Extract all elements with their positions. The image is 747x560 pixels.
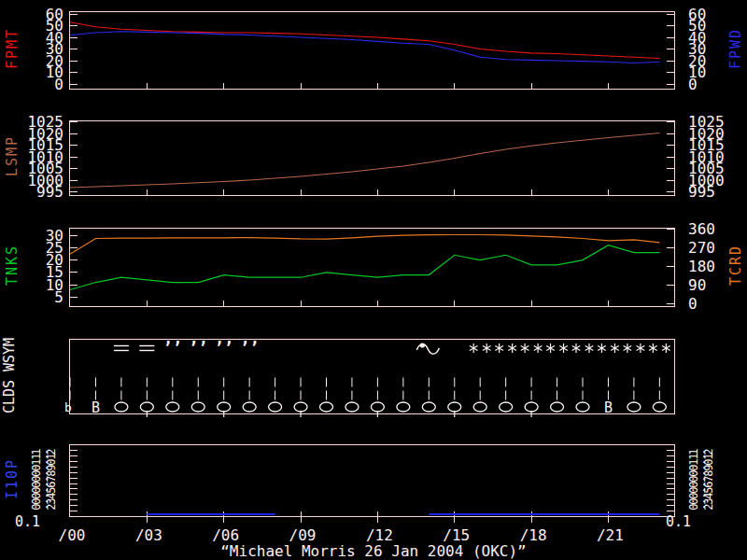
tick-label-right: 270 [688, 239, 715, 257]
cloud-symbol-B: B [92, 399, 100, 416]
panel-border [70, 229, 675, 307]
cloud-symbol-B: B [604, 399, 613, 416]
cloud-symbol-ovc [191, 402, 204, 412]
axis-label-pmsl: PMSL [6, 136, 20, 177]
precip-rotated-tick-label: 1.2 [690, 445, 712, 458]
cloud-symbol-ovc [473, 402, 486, 412]
tick-label-right: 90 [688, 276, 706, 294]
vertical-char: F [731, 58, 741, 72]
pmsl-line [70, 133, 659, 189]
vertical-char: T [7, 274, 18, 288]
tick-label-left: 30 [46, 227, 63, 245]
axis-label-tmpf: TMPF [6, 29, 20, 70]
vertical-char: L [7, 165, 18, 179]
cloud-symbol-ovc [576, 402, 589, 412]
tick-label-right: 360 [688, 220, 715, 238]
tick-label-right: 180 [688, 258, 715, 275]
drizzle-symbol: ’’ [240, 339, 259, 357]
tick-label-right: 60 [688, 6, 706, 23]
tick-label-right: 0 [688, 295, 698, 313]
cloud-symbol-b: b [64, 400, 72, 414]
plot-title: “Michael Morris 26 Jan 2004 (OKC)” [0, 542, 747, 560]
drizzle-symbol: ’’ [214, 339, 233, 357]
cloud-symbol-ovc [448, 402, 461, 412]
cloud-symbol-ovc [115, 402, 128, 412]
axis-label-sknt: SKNT [6, 245, 20, 287]
axis-label-drct: DRCT [729, 245, 743, 287]
panel-clouds_weather: ’’’’’’’’bBB [64, 339, 674, 417]
axis-label-p01i: P01I [6, 459, 20, 500]
cloud-symbol-ovc [166, 402, 179, 412]
cloud-symbol-ovc [218, 402, 231, 412]
vertical-char: I [7, 488, 18, 502]
tick-label-left: 1025 [27, 113, 63, 131]
sknt-line [70, 245, 659, 290]
meteogram: 0102030405060010203040506099510001005101… [0, 0, 747, 560]
panel-border [70, 12, 675, 90]
cloud-symbol-ovc [320, 402, 333, 412]
axis-label-dwpf: DWPF [729, 29, 743, 70]
panel-precip [70, 445, 675, 524]
cloud-symbol-ovc [653, 402, 666, 412]
plot-canvas: 0102030405060010203040506099510001005101… [0, 0, 747, 560]
panel-temp: 01020304050600102030405060 [46, 6, 707, 93]
panel-pressure: 9951000100510101015102010259951000100510… [27, 113, 724, 201]
panel-wind: 51015202530090180270360 [46, 220, 715, 313]
drizzle-symbol: ’’ [163, 339, 182, 357]
precip-bottom-right-label: 0.1 [666, 513, 691, 530]
cloud-symbol-ovc [294, 402, 307, 412]
rotated-char: 2 [703, 448, 714, 455]
precip-rotated-tick-label: 1.2 [33, 445, 55, 458]
tick-label-left: 60 [46, 6, 63, 23]
cloud-symbol-ovc [345, 402, 359, 412]
rotated-char: 2 [46, 448, 57, 455]
precip-bottom-left-label: 0.1 [15, 513, 40, 530]
cloud-symbol-ovc [422, 402, 435, 412]
cloud-symbol-ovc [551, 402, 564, 412]
vertical-char: T [731, 274, 741, 288]
panel-border [70, 445, 675, 517]
drizzle-symbol: ’’ [189, 339, 207, 357]
tick-label-right: 1025 [688, 113, 725, 131]
vertical-char: F [7, 58, 18, 72]
cloud-symbol-ovc [627, 402, 641, 412]
cloud-symbol-ovc [140, 402, 153, 412]
axis-label-clds-wsym: MYSW SDLC [3, 338, 17, 413]
cloud-symbol-ovc [269, 402, 282, 412]
cloud-symbol-ovc [397, 402, 410, 412]
cloud-symbol-ovc [525, 402, 538, 412]
drct-line [70, 235, 659, 255]
cloud-symbol-ovc [500, 402, 513, 412]
cloud-symbol-ovc [371, 402, 384, 412]
cloud-symbol-ovc [243, 402, 256, 412]
vertical-char: C [6, 402, 14, 416]
freezing-drizzle-dot [420, 343, 425, 347]
